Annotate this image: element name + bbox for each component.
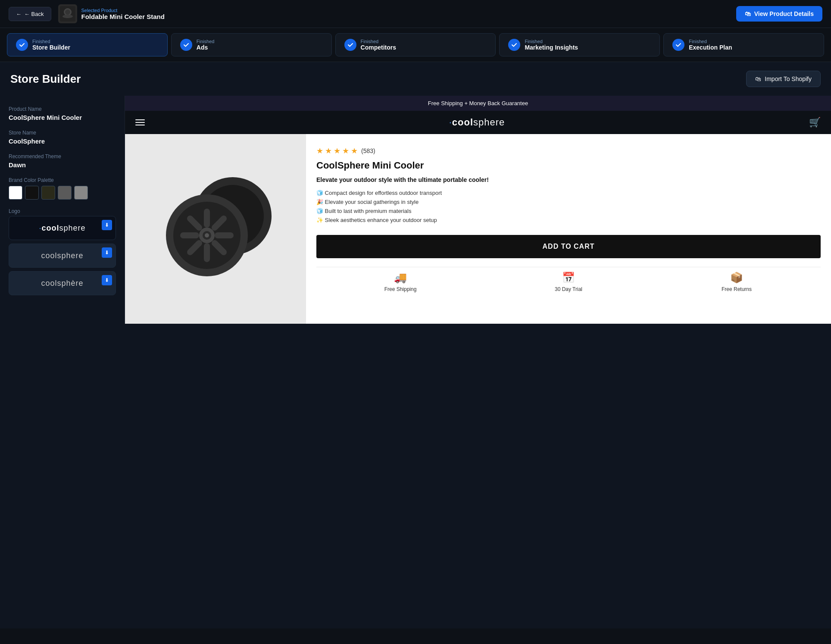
theme-field: Recommended Theme Dawn xyxy=(9,153,116,169)
review-count: (583) xyxy=(361,147,375,154)
back-label: ← Back xyxy=(24,11,44,17)
import-shopify-label: Import To Shopify xyxy=(765,75,812,82)
right-panel-store-preview: Free Shipping + Money Back Guarantee ·co… xyxy=(125,96,831,324)
tab-execution-status: Finished xyxy=(689,39,732,44)
checkmark-icon-ads xyxy=(183,41,190,48)
color-palette xyxy=(9,186,116,200)
theme-value: Dawn xyxy=(9,161,116,169)
store-name-value: CoolSphere xyxy=(9,138,116,145)
checkmark-icon-marketing xyxy=(511,41,518,48)
feature-item-4: ✨ Sleek aesthetics enhance your outdoor … xyxy=(316,216,821,225)
product-thumbnail xyxy=(58,4,77,23)
tab-execution-label: Execution Plan xyxy=(689,44,732,51)
product-svg-image: HAGIBIS xyxy=(147,164,284,294)
view-product-details-button[interactable]: 🛍 View Product Details xyxy=(736,6,822,22)
star-3: ★ xyxy=(334,146,341,156)
logo-download-3[interactable]: ⬇ xyxy=(102,275,112,285)
checkmark-icon-execution xyxy=(675,41,682,48)
shipping-item-trial: 📅 30 Day Trial xyxy=(484,267,653,297)
theme-label: Recommended Theme xyxy=(9,153,116,159)
store-navbar: ·coolsphere 🛒 xyxy=(125,111,831,134)
calendar-icon: 📅 xyxy=(562,272,575,284)
logo-download-1[interactable]: ⬇ xyxy=(102,220,112,230)
feature-item-3: 🧊 Built to last with premium materials xyxy=(316,206,821,216)
stars-row: ★ ★ ★ ★ ★ (583) xyxy=(316,146,821,156)
store-builder-title: Store Builder xyxy=(10,72,81,86)
left-panel: Product Name CoolSphere Mini Cooler Stor… xyxy=(0,96,125,324)
star-5: ★ xyxy=(351,146,358,156)
tab-ads-status: Finished xyxy=(197,39,215,44)
logo-text-3: coolsphère xyxy=(41,279,83,288)
hamburger-menu-icon[interactable] xyxy=(135,119,145,125)
tab-marketing-insights[interactable]: Finished Marketing Insights xyxy=(499,33,660,56)
product-name-value: CoolSphere Mini Cooler xyxy=(9,114,116,121)
checkmark-icon-competitors xyxy=(347,41,354,48)
cart-icon[interactable]: 🛒 xyxy=(809,117,821,128)
logo-download-2[interactable]: ⬇ xyxy=(102,247,112,258)
star-1: ★ xyxy=(316,146,323,156)
import-to-shopify-button[interactable]: 🛍 Import To Shopify xyxy=(746,71,821,87)
color-swatch-4 xyxy=(58,186,72,200)
shipping-item-returns: 📦 Free Returns xyxy=(653,267,821,297)
tab-competitors[interactable]: Finished Competitors xyxy=(335,33,496,56)
tab-execution-text: Finished Execution Plan xyxy=(689,39,732,51)
product-name-label: Product Name xyxy=(9,106,116,112)
feature-item-2: 🎉 Elevate your social gatherings in styl… xyxy=(316,197,821,206)
shopify-icon: 🛍 xyxy=(745,10,751,17)
feature-list: 🧊 Compact design for effortless outdoor … xyxy=(316,188,821,225)
tab-ads-label: Ads xyxy=(197,44,215,51)
logo-card-1: ⬇ ·coolsphere xyxy=(9,216,116,240)
store-banner: Free Shipping + Money Back Guarantee xyxy=(125,96,831,111)
tab-competitors-status: Finished xyxy=(361,39,396,44)
tab-marketing-label: Marketing Insights xyxy=(525,44,578,51)
store-name-label: Store Name xyxy=(9,130,116,136)
shipping-item-free: 🚚 Free Shipping xyxy=(316,267,484,297)
star-4: ★ xyxy=(342,146,349,156)
top-nav: ← ← Back Selected Product Foldable Mini … xyxy=(0,0,831,28)
selected-product-info: Selected Product Foldable Mini Cooler St… xyxy=(58,4,165,23)
tab-execution-plan[interactable]: Finished Execution Plan xyxy=(663,33,824,56)
product-name-store: CoolSphere Mini Cooler xyxy=(316,160,821,171)
color-swatch-1 xyxy=(9,186,22,200)
add-to-cart-button[interactable]: ADD TO CART xyxy=(316,235,821,258)
back-arrow-icon: ← xyxy=(16,11,22,17)
tab-execution-check-icon xyxy=(672,39,684,51)
brand-color-label: Brand Color Palette xyxy=(9,177,116,183)
product-area: HAGIBIS xyxy=(125,134,831,324)
logo-card-2: ⬇ coolsphere xyxy=(9,244,116,268)
product-name-nav: Foldable Mini Cooler Stand xyxy=(81,13,165,20)
selected-product-label: Selected Product xyxy=(81,8,165,13)
checkmark-icon xyxy=(19,41,25,48)
content-header: Store Builder 🛍 Import To Shopify xyxy=(0,62,831,96)
tab-marketing-text: Finished Marketing Insights xyxy=(525,39,578,51)
logo-text-2: coolsphere xyxy=(41,251,83,260)
logo-text-1: ·coolsphere xyxy=(39,224,85,233)
product-image-placeholder: HAGIBIS xyxy=(142,156,289,302)
product-text: Selected Product Foldable Mini Cooler St… xyxy=(81,8,165,20)
brand-color-field: Brand Color Palette xyxy=(9,177,116,200)
store-logo: ·coolsphere xyxy=(449,117,505,128)
svg-point-19 xyxy=(205,233,209,238)
svg-point-2 xyxy=(65,9,70,15)
color-swatch-3 xyxy=(41,186,55,200)
tab-competitors-check-icon xyxy=(344,39,356,51)
tab-ads-check-icon xyxy=(180,39,192,51)
two-column-layout: Product Name CoolSphere Mini Cooler Stor… xyxy=(0,96,831,324)
product-tagline: Elevate your outdoor style with the ulti… xyxy=(316,176,821,183)
logo-label: Logo xyxy=(9,208,116,214)
view-details-label: View Product Details xyxy=(754,10,814,17)
feature-item-1: 🧊 Compact design for effortless outdoor … xyxy=(316,188,821,197)
star-2: ★ xyxy=(325,146,332,156)
back-button[interactable]: ← ← Back xyxy=(9,7,51,21)
tab-competitors-label: Competitors xyxy=(361,44,396,51)
package-icon: 📦 xyxy=(730,272,743,284)
free-shipping-label: Free Shipping xyxy=(384,286,417,292)
tab-ads[interactable]: Finished Ads xyxy=(171,33,332,56)
logo-card-3: ⬇ coolsphère xyxy=(9,271,116,295)
tab-store-builder-status: Finished xyxy=(32,39,70,44)
logo-field: Logo ⬇ ·coolsphere ⬇ coolsphere ⬇ coolsp… xyxy=(9,208,116,295)
tab-marketing-status: Finished xyxy=(525,39,578,44)
tab-competitors-text: Finished Competitors xyxy=(361,39,396,51)
truck-icon: 🚚 xyxy=(394,272,407,284)
tab-store-builder[interactable]: Finished Store Builder xyxy=(7,33,168,56)
